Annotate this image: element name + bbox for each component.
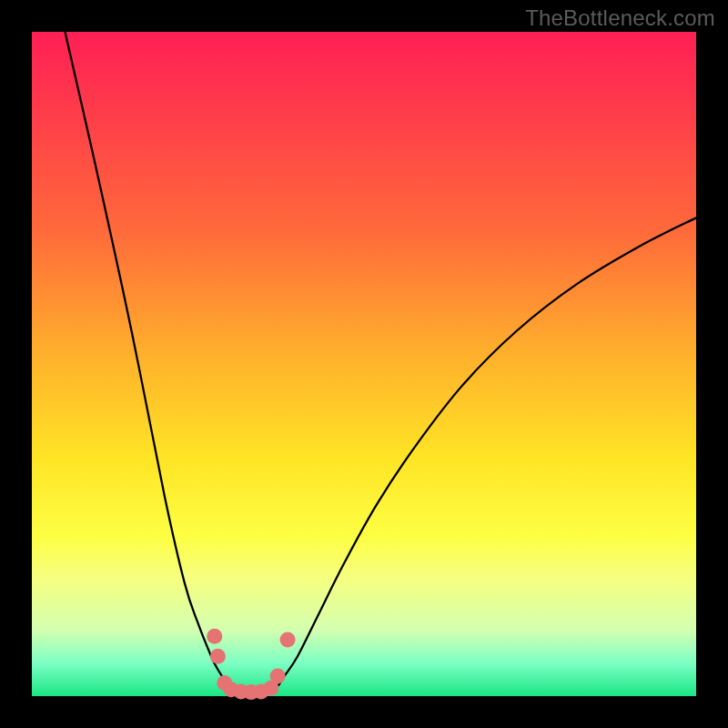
right-branch-path <box>271 217 696 689</box>
dip-marker <box>270 669 286 684</box>
dip-markers <box>207 629 295 700</box>
series-lines <box>66 32 697 690</box>
left-branch-path <box>66 32 238 690</box>
plot-area <box>32 32 696 696</box>
dip-marker <box>280 632 296 647</box>
attribution-label: TheBottleneck.com <box>525 5 715 31</box>
curve-layer <box>32 32 696 696</box>
dip-marker <box>207 629 222 644</box>
dip-marker <box>210 649 226 664</box>
chart-frame: TheBottleneck.com <box>0 0 728 728</box>
